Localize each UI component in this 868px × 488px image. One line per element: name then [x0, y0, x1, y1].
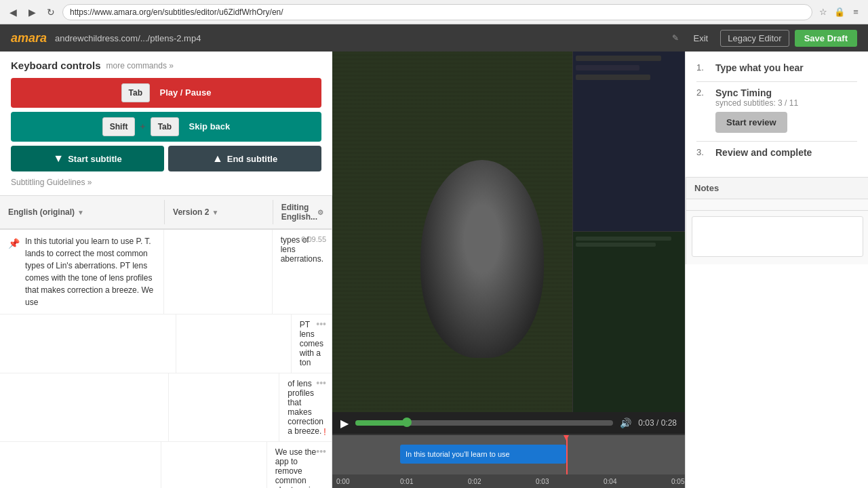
pin-icon[interactable]: 📌	[8, 237, 20, 251]
header-buttons: Exit Legacy Editor Save Draft	[687, 30, 857, 47]
steps-panel: 1. Type what you hear 2. Sync Timing syn…	[686, 52, 868, 178]
notes-footer	[686, 210, 868, 264]
v2-dropdown-arrow[interactable]: ▼	[212, 209, 218, 216]
notes-header: Notes	[686, 178, 868, 199]
play-button[interactable]: ▶	[340, 417, 349, 430]
video-panel: ▶ 🔊 0:03 / 0:28	[332, 52, 685, 434]
time-display: 0:03 / 0:28	[638, 418, 677, 428]
keyboard-controls-panel: Keyboard controls more commands » Tab Pl…	[0, 52, 332, 196]
volume-button[interactable]: 🔊	[620, 418, 631, 428]
ruler-mark-4: 0:04	[604, 478, 616, 485]
forward-button[interactable]: ▶	[24, 5, 39, 20]
more-options-3[interactable]: •••	[316, 378, 326, 388]
plus-sign: +	[138, 118, 148, 136]
orig-dropdown-arrow[interactable]: ▼	[77, 209, 84, 216]
app-header: amara andrewchildress.com/.../ptlens-2.m…	[0, 24, 868, 52]
col-original-header: English (original) ▼	[0, 200, 165, 224]
amara-logo: amara	[11, 31, 47, 45]
start-review-button[interactable]: Start review	[715, 112, 787, 133]
exit-button[interactable]: Exit	[687, 30, 715, 47]
arrow-up-icon: ▲	[212, 152, 223, 165]
timeline-cursor	[566, 435, 568, 474]
step-3-label: Review and complete	[715, 147, 812, 158]
time-ruler: 0:00 0:01 0:02 0:03 0:04 0:05 0:06 0:07 …	[332, 474, 685, 488]
step-1: 1. Type what you hear	[696, 62, 857, 73]
save-draft-button[interactable]: Save Draft	[795, 30, 857, 47]
step-2: 2. Sync Timing synced subtitles: 3 / 11 …	[696, 87, 857, 133]
end-subtitle-button[interactable]: ▲ End subtitle	[168, 146, 321, 171]
progress-bar[interactable]	[355, 420, 613, 426]
step-1-label: Type what you hear	[715, 62, 804, 73]
menu-icon[interactable]: ≡	[849, 5, 863, 19]
orig-cell-2	[0, 314, 176, 373]
timeline-subtitle-1[interactable]: In this tutorial you'll learn to use	[400, 445, 566, 464]
step-3-number: 3.	[696, 147, 710, 157]
orig-cell-3	[0, 373, 169, 441]
v2-cell-2	[176, 314, 292, 373]
end-subtitle-label: End subtitle	[227, 154, 277, 164]
arrow-down-icon: ▼	[53, 152, 64, 165]
ruler-mark-5: 0:05	[671, 478, 684, 485]
shift-key: Shift	[102, 117, 136, 136]
subtitling-guidelines-link[interactable]: Subtitling Guidelines »	[11, 178, 92, 187]
notes-panel: Notes	[686, 178, 868, 264]
orig-text-1: In this tutorial you learn to use P. T. …	[25, 235, 155, 308]
edit-cell-1[interactable]: types of lens aberrations. 0:09.55	[273, 230, 332, 314]
step-2-sub: synced subtitles: 3 / 11	[715, 98, 798, 108]
timestamp-1: 0:09.55	[301, 235, 326, 243]
ruler-mark-1: 0:01	[400, 478, 413, 485]
table-row: PT lens comes with a ton •••	[0, 314, 332, 373]
back-button[interactable]: ◀	[5, 5, 20, 20]
edit-cell-3[interactable]: of lens profiles that makes correction a…	[279, 373, 332, 441]
play-pause-row: Tab Play / Pause	[11, 78, 321, 108]
progress-thumb	[402, 418, 412, 427]
warning-icon-3: !	[323, 426, 326, 437]
keyboard-controls-title: Keyboard controls	[11, 60, 101, 71]
start-subtitle-label: Start subtitle	[68, 154, 121, 164]
start-subtitle-button[interactable]: ▼ Start subtitle	[11, 146, 164, 171]
skip-back-button[interactable]: Shift + Tab Skip back	[11, 112, 321, 142]
step-2-number: 2.	[696, 87, 710, 98]
tab-key-play: Tab	[121, 83, 150, 102]
v2-cell-3	[169, 373, 279, 441]
legacy-editor-button[interactable]: Legacy Editor	[720, 30, 789, 47]
skip-back-row: Shift + Tab Skip back	[11, 112, 321, 142]
video-container	[332, 52, 685, 412]
tab-key-skip: Tab	[151, 117, 179, 136]
settings-icon[interactable]: ⚙	[317, 209, 323, 216]
edit-cell-2[interactable]: PT lens comes with a ton •••	[292, 314, 332, 373]
col-version-header: Version 2 ▼	[165, 200, 273, 224]
ruler-mark-0: 0:00	[336, 478, 349, 485]
edit-cell-4[interactable]: We use the app to remove common shortcom…	[267, 442, 332, 488]
edit-icon[interactable]: ✎	[672, 33, 679, 43]
table-row: 📌 In this tutorial you learn to use P. T…	[0, 230, 332, 314]
play-pause-label: Play / Pause	[160, 87, 212, 98]
notes-input[interactable]	[692, 216, 863, 257]
v2-cell-4	[161, 442, 267, 488]
ruler-mark-2: 0:02	[468, 478, 481, 485]
refresh-button[interactable]: ↻	[43, 5, 58, 20]
file-name: andrewchildress.com/.../ptlens-2.mp4	[55, 33, 663, 43]
step-3: 3. Review and complete	[696, 147, 857, 158]
skip-back-label: Skip back	[189, 121, 231, 131]
ruler-mark-3: 0:03	[536, 478, 549, 485]
col-edit-header: Editing English... ⚙	[273, 200, 332, 224]
subtitle-table[interactable]: English (original) ▼ Version 2 ▼ Editing…	[0, 196, 332, 488]
more-options-4[interactable]: •••	[316, 446, 326, 457]
notes-body	[686, 199, 868, 210]
right-panel: 1. Type what you hear 2. Sync Timing syn…	[685, 52, 868, 488]
table-row: We use the app to remove common shortcom…	[0, 442, 332, 488]
video-controls: ▶ 🔊 0:03 / 0:28	[332, 412, 685, 434]
bookmark-icon[interactable]: ☆	[816, 5, 830, 19]
extension-icon[interactable]: 🔒	[833, 5, 846, 19]
table-header: English (original) ▼ Version 2 ▼ Editing…	[0, 196, 332, 230]
step-1-number: 1.	[696, 62, 710, 73]
orig-cell-4	[0, 442, 161, 488]
more-options-2[interactable]: •••	[316, 319, 326, 329]
url-bar[interactable]	[62, 4, 812, 20]
more-commands-link[interactable]: more commands »	[106, 61, 174, 70]
step-2-label: Sync Timing	[715, 87, 798, 98]
progress-fill	[355, 420, 407, 426]
v2-cell-1	[164, 230, 272, 314]
play-pause-button[interactable]: Tab Play / Pause	[11, 78, 321, 108]
